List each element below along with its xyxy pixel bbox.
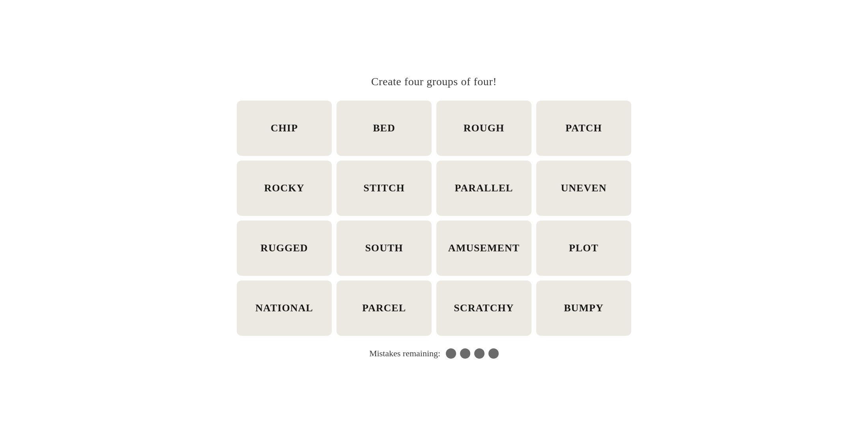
tile-national[interactable]: NATIONAL	[237, 281, 332, 336]
tile-label-patch: PATCH	[565, 122, 602, 134]
tile-chip[interactable]: CHIP	[237, 101, 332, 156]
tile-patch[interactable]: PATCH	[536, 101, 631, 156]
mistakes-label: Mistakes remaining:	[369, 348, 440, 359]
tile-rugged[interactable]: RUGGED	[237, 221, 332, 276]
tile-label-chip: CHIP	[271, 122, 298, 134]
tile-scratchy[interactable]: SCRATCHY	[436, 281, 531, 336]
tile-parallel[interactable]: PARALLEL	[436, 161, 531, 216]
mistakes-section: Mistakes remaining:	[369, 348, 499, 359]
subtitle: Create four groups of four!	[371, 75, 497, 88]
tile-label-rocky: ROCKY	[264, 182, 305, 194]
tile-stitch[interactable]: STITCH	[337, 161, 432, 216]
tile-label-rough: ROUGH	[464, 122, 504, 134]
tile-label-south: SOUTH	[365, 242, 403, 254]
tile-label-stitch: STITCH	[363, 182, 405, 194]
tile-uneven[interactable]: UNEVEN	[536, 161, 631, 216]
tile-rough[interactable]: ROUGH	[436, 101, 531, 156]
tile-label-uneven: UNEVEN	[561, 182, 606, 194]
tile-south[interactable]: SOUTH	[337, 221, 432, 276]
mistake-dot-1	[446, 348, 456, 359]
tile-rocky[interactable]: ROCKY	[237, 161, 332, 216]
tile-label-bed: BED	[373, 122, 395, 134]
mistake-dot-2	[460, 348, 470, 359]
tile-label-parallel: PARALLEL	[455, 182, 513, 194]
game-container: Create four groups of four! CHIPBEDROUGH…	[237, 75, 631, 359]
tile-label-rugged: RUGGED	[260, 242, 308, 254]
tile-label-plot: PLOT	[569, 242, 599, 254]
mistakes-dots	[446, 348, 499, 359]
tile-bed[interactable]: BED	[337, 101, 432, 156]
tile-bumpy[interactable]: BUMPY	[536, 281, 631, 336]
tile-label-national: NATIONAL	[255, 302, 313, 314]
tile-label-scratchy: SCRATCHY	[454, 302, 514, 314]
tile-label-bumpy: BUMPY	[564, 302, 604, 314]
tile-label-amusement: AMUSEMENT	[448, 242, 520, 254]
tile-grid: CHIPBEDROUGHPATCHROCKYSTITCHPARALLELUNEV…	[237, 101, 631, 336]
tile-parcel[interactable]: PARCEL	[337, 281, 432, 336]
mistake-dot-4	[488, 348, 499, 359]
tile-label-parcel: PARCEL	[362, 302, 406, 314]
tile-amusement[interactable]: AMUSEMENT	[436, 221, 531, 276]
mistake-dot-3	[474, 348, 485, 359]
tile-plot[interactable]: PLOT	[536, 221, 631, 276]
